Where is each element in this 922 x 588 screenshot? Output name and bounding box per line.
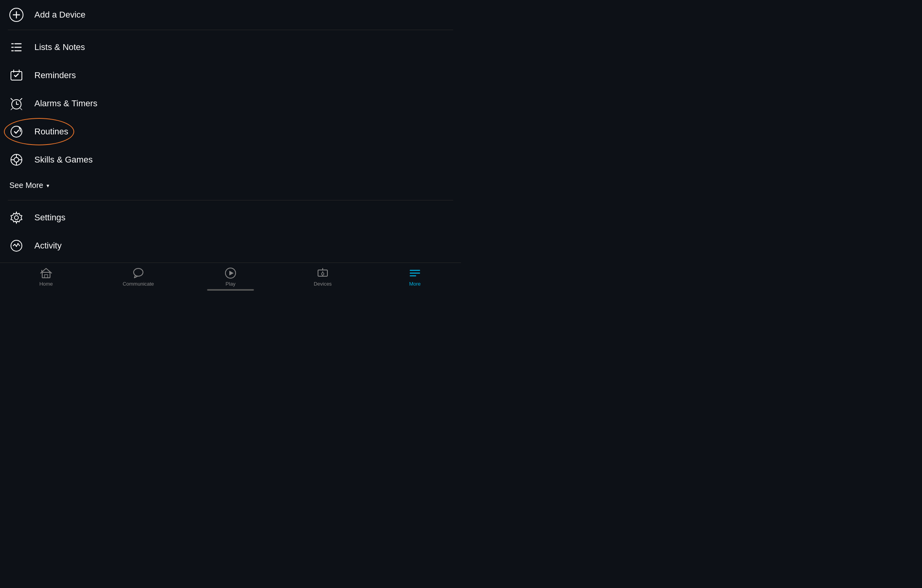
bottom-nav: Home Communicate Play <box>0 263 461 294</box>
menu-item-alarms-timers[interactable]: Alarms & Timers <box>0 89 461 118</box>
nav-item-more[interactable]: More <box>369 264 461 290</box>
menu-item-routines[interactable]: Routines <box>0 118 461 146</box>
add-device-icon <box>9 8 23 22</box>
communicate-nav-label: Communicate <box>123 281 154 287</box>
alarms-timers-label: Alarms & Timers <box>34 98 97 109</box>
svg-line-18 <box>20 108 22 110</box>
routines-icon <box>9 125 23 139</box>
nav-item-play[interactable]: Play <box>184 264 277 290</box>
chevron-down-icon: ▾ <box>46 182 49 189</box>
lists-notes-label: Lists & Notes <box>34 42 85 52</box>
see-more-label: See More <box>9 181 43 190</box>
nav-item-home[interactable]: Home <box>0 264 92 290</box>
menu-item-lists-notes[interactable]: Lists & Notes <box>0 33 461 61</box>
list-icon <box>9 40 23 54</box>
see-more-button[interactable]: See More ▾ <box>0 174 461 197</box>
svg-line-16 <box>20 98 22 100</box>
routines-label: Routines <box>34 127 68 137</box>
devices-nav-label: Devices <box>314 281 332 287</box>
menu-item-activity[interactable]: Activity <box>0 232 461 260</box>
add-device-item[interactable]: Add a Device <box>0 0 461 30</box>
skills-games-label: Skills & Games <box>34 155 93 165</box>
alarm-icon <box>9 97 23 111</box>
svg-line-17 <box>11 108 13 110</box>
svg-line-15 <box>11 98 13 100</box>
add-device-label: Add a Device <box>34 10 86 20</box>
communicate-icon <box>132 267 145 279</box>
home-indicator-bar <box>207 289 254 291</box>
menu-item-skills-games[interactable]: Skills & Games <box>0 146 461 174</box>
menu-item-help[interactable]: Help & Feedback <box>0 260 461 263</box>
top-divider <box>8 30 453 30</box>
play-icon <box>224 267 237 279</box>
more-nav-label: More <box>409 281 421 287</box>
more-icon <box>409 267 421 279</box>
skills-icon <box>9 153 23 167</box>
settings-label: Settings <box>34 213 66 223</box>
svg-point-33 <box>134 268 143 276</box>
activity-label: Activity <box>34 241 62 251</box>
home-nav-label: Home <box>39 281 53 287</box>
nav-item-communicate[interactable]: Communicate <box>92 264 184 290</box>
activity-icon <box>9 239 23 253</box>
svg-point-38 <box>322 273 324 275</box>
reminders-label: Reminders <box>34 70 76 80</box>
svg-point-26 <box>14 216 18 220</box>
devices-icon <box>316 267 329 279</box>
svg-rect-31 <box>45 275 48 278</box>
reminder-icon <box>9 68 23 82</box>
svg-rect-30 <box>42 272 50 278</box>
play-nav-label: Play <box>225 281 235 287</box>
main-content: Add a Device Lists & Notes Rem <box>0 0 461 263</box>
menu-item-settings[interactable]: Settings <box>0 204 461 232</box>
svg-marker-35 <box>229 271 234 275</box>
menu-item-reminders[interactable]: Reminders <box>0 61 461 89</box>
section-divider <box>8 200 453 200</box>
nav-item-devices[interactable]: Devices <box>277 264 369 290</box>
svg-point-21 <box>14 157 19 162</box>
gear-icon <box>9 211 23 225</box>
home-icon <box>40 267 52 279</box>
